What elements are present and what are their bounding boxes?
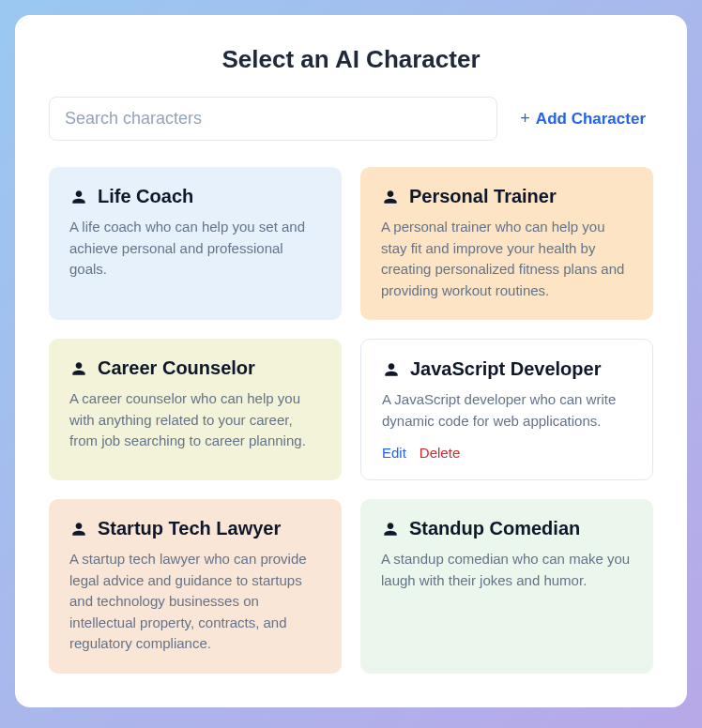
tile-actions: EditDelete	[382, 445, 632, 461]
character-description: A startup tech lawyer who can provide le…	[69, 549, 321, 655]
edit-button[interactable]: Edit	[382, 445, 406, 461]
character-name: Personal Trainer	[409, 186, 557, 207]
person-icon	[69, 188, 88, 206]
character-select-card: Select an AI Character + Add Character L…	[15, 15, 687, 707]
person-icon	[69, 520, 88, 538]
character-name: Standup Comedian	[409, 518, 580, 539]
character-name: Career Counselor	[98, 357, 255, 379]
toolbar: + Add Character	[49, 97, 653, 141]
tile-header: Startup Tech Lawyer	[69, 518, 321, 539]
add-button-label: Add Character	[536, 110, 646, 129]
character-tile[interactable]: JavaScript DeveloperA JavaScript develop…	[360, 339, 653, 480]
character-grid: Life CoachA life coach who can help you …	[49, 167, 653, 674]
delete-button[interactable]: Delete	[420, 445, 460, 461]
tile-header: Standup Comedian	[381, 518, 633, 539]
plus-icon: +	[520, 109, 530, 129]
character-tile[interactable]: Life CoachA life coach who can help you …	[49, 167, 342, 320]
tile-header: Personal Trainer	[381, 186, 633, 207]
character-tile[interactable]: Standup ComedianA standup comedian who c…	[360, 499, 653, 674]
character-description: A JavaScript developer who can write dyn…	[382, 389, 632, 432]
tile-header: Career Counselor	[69, 357, 321, 379]
person-icon	[381, 188, 400, 206]
search-input[interactable]	[49, 97, 497, 141]
character-name: JavaScript Developer	[410, 358, 601, 380]
character-tile[interactable]: Personal TrainerA personal trainer who c…	[360, 167, 653, 320]
character-name: Startup Tech Lawyer	[98, 518, 281, 539]
character-name: Life Coach	[98, 186, 193, 207]
person-icon	[69, 359, 88, 378]
character-description: A standup comedian who can make you laug…	[381, 549, 633, 591]
person-icon	[381, 520, 400, 538]
character-description: A life coach who can help you set and ac…	[69, 217, 321, 281]
tile-header: JavaScript Developer	[382, 358, 632, 380]
page-title: Select an AI Character	[49, 45, 653, 74]
character-description: A career counselor who can help you with…	[69, 388, 321, 452]
add-character-button[interactable]: + Add Character	[512, 105, 653, 132]
character-tile[interactable]: Startup Tech LawyerA startup tech lawyer…	[49, 499, 342, 674]
person-icon	[382, 360, 401, 379]
character-tile[interactable]: Career CounselorA career counselor who c…	[49, 339, 342, 480]
character-description: A personal trainer who can help you stay…	[381, 217, 633, 301]
tile-header: Life Coach	[69, 186, 321, 207]
